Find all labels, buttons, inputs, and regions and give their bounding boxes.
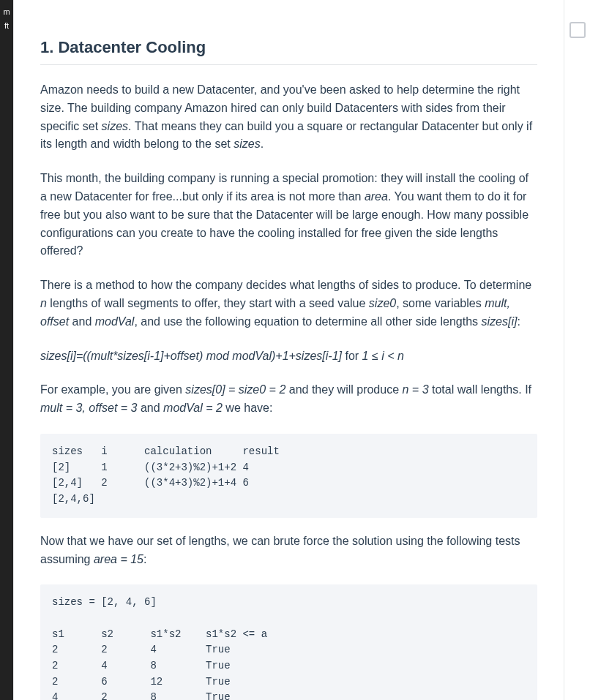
paragraph-5: Now that we have our set of lengths, we … bbox=[40, 532, 537, 569]
p4-c: total wall lengths. If bbox=[429, 383, 532, 396]
p3-d: and bbox=[69, 315, 95, 328]
problem-title: 1. Datacenter Cooling bbox=[40, 38, 537, 57]
paragraph-3: There is a method to how the company dec… bbox=[40, 276, 537, 331]
p5-em1: area = 15 bbox=[94, 553, 143, 565]
left-sidebar-strip: m ft bbox=[0, 0, 13, 700]
right-rail bbox=[564, 0, 590, 700]
p4-em2: n = 3 bbox=[403, 383, 429, 396]
p1-em2: sizes bbox=[234, 138, 260, 150]
p4-e: we have: bbox=[223, 402, 272, 414]
p3-c: , some variables bbox=[396, 297, 485, 309]
p2-em1: area bbox=[365, 190, 388, 203]
content-wrapper: 1. Datacenter Cooling Amazon needs to bu… bbox=[14, 0, 564, 700]
paragraph-2: This month, the building company is runn… bbox=[40, 170, 537, 260]
p3-em-n: n bbox=[40, 297, 47, 309]
p4-em3: mult = 3, offset = 3 bbox=[40, 402, 138, 414]
layout-root: m ft L ○ 1. Datacenter Cooling Amazon ne… bbox=[0, 0, 590, 700]
right-rail-box[interactable] bbox=[570, 22, 586, 38]
formula-line: sizes[i]=((mult*sizes[i-1]+offset) mod m… bbox=[40, 347, 537, 366]
code-block-2: sizes = [2, 4, 6] s1 s2 s1*s2 s1*s2 <= a… bbox=[40, 584, 537, 700]
p3-em-modval: modVal bbox=[95, 315, 135, 328]
p4-em4: modVal = 2 bbox=[163, 402, 223, 414]
p3-b: lengths of wall segments to offer, they … bbox=[47, 297, 369, 309]
formula-range: 1 ≤ i < n bbox=[362, 350, 404, 362]
strip-frag-2: ft bbox=[4, 21, 9, 31]
content-scroll[interactable]: 1. Datacenter Cooling Amazon needs to bu… bbox=[14, 0, 564, 700]
title-rule bbox=[40, 64, 537, 65]
p4-d: and bbox=[138, 402, 164, 414]
formula-main: sizes[i]=((mult*sizes[i-1]+offset) mod m… bbox=[40, 350, 342, 362]
p3-a: There is a method to how the company dec… bbox=[40, 279, 531, 291]
paragraph-4: For example, you are given sizes[0] = si… bbox=[40, 381, 537, 418]
code-block-1: sizes i calculation result [2] 1 ((3*2+3… bbox=[40, 434, 537, 518]
p3-em-size0: size0 bbox=[369, 297, 396, 309]
p4-a: For example, you are given bbox=[40, 383, 185, 396]
p4-em1: sizes[0] = size0 = 2 bbox=[185, 383, 285, 396]
formula-mid: for bbox=[342, 350, 362, 362]
p3-em-sizesi: sizes[i] bbox=[481, 315, 517, 328]
p5-b: : bbox=[143, 553, 146, 565]
p3-f: : bbox=[517, 315, 520, 328]
paragraph-1: Amazon needs to build a new Datacenter, … bbox=[40, 81, 537, 154]
p3-e: , and use the following equation to dete… bbox=[134, 315, 481, 328]
strip-frag-1: m bbox=[3, 7, 10, 17]
p4-b: and they will produce bbox=[285, 383, 402, 396]
p1-em1: sizes bbox=[102, 120, 128, 132]
p1-c: . bbox=[261, 138, 264, 150]
